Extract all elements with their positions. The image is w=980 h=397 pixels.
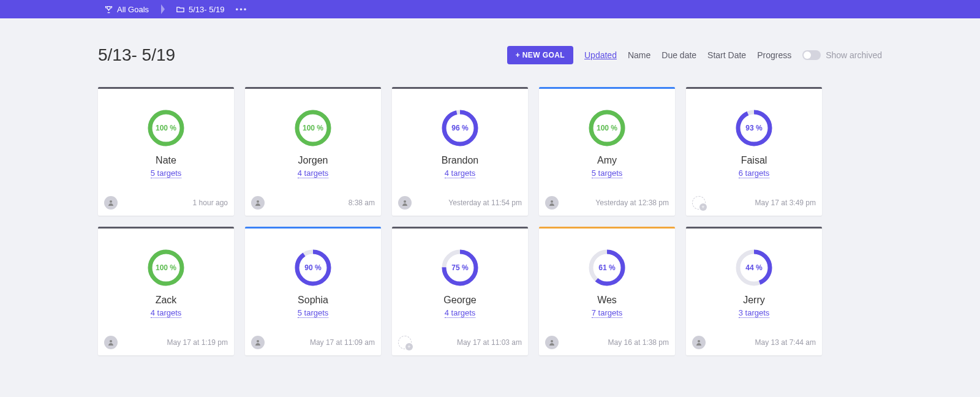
- card-footer: Yesterday at 11:54 pm: [398, 196, 522, 210]
- targets-link[interactable]: 4 targets: [445, 168, 476, 178]
- progress-percent: 44 %: [736, 249, 772, 286]
- progress-percent: 100 %: [295, 110, 331, 146]
- topbar: All Goals 5/13- 5/19 •••: [0, 0, 980, 18]
- svg-point-19: [257, 340, 259, 342]
- targets-link[interactable]: 4 targets: [151, 308, 182, 318]
- timestamp: May 17 at 3:49 pm: [755, 198, 816, 207]
- card-footer: 8:38 am: [251, 196, 375, 210]
- progress-donut: 100 %: [295, 110, 331, 146]
- svg-point-5: [257, 200, 259, 203]
- breadcrumb-folder[interactable]: 5/13- 5/19: [155, 0, 231, 18]
- avatar: [104, 196, 118, 210]
- goal-owner-name: Amy: [597, 155, 617, 166]
- avatar: [104, 336, 118, 349]
- svg-point-2: [110, 200, 112, 203]
- add-assignee-icon[interactable]: [398, 336, 412, 349]
- goal-owner-name: Wes: [597, 295, 617, 306]
- avatar: [545, 336, 559, 349]
- goal-card[interactable]: 100 % Jorgen 4 targets 8:38 am: [245, 87, 381, 216]
- folder-icon: [176, 5, 185, 14]
- progress-percent: 96 %: [442, 110, 478, 146]
- timestamp: May 17 at 1:19 pm: [167, 338, 228, 347]
- svg-point-8: [404, 200, 406, 203]
- progress-donut: 75 %: [442, 249, 478, 286]
- progress-donut: 61 %: [589, 249, 625, 286]
- goal-card[interactable]: 90 % Sophia 5 targets May 17 at 11:09 am: [245, 227, 381, 355]
- targets-link[interactable]: 5 targets: [298, 308, 329, 318]
- targets-link[interactable]: 4 targets: [445, 308, 476, 318]
- avatar: [251, 196, 265, 210]
- breadcrumb-all-goals[interactable]: All Goals: [98, 0, 155, 18]
- timestamp: May 13 at 7:44 am: [755, 338, 816, 347]
- more-icon[interactable]: •••: [236, 5, 248, 14]
- card-footer: May 16 at 1:38 pm: [545, 336, 669, 349]
- goal-card[interactable]: 93 % Faisal 6 targets May 17 at 3:49 pm: [686, 87, 822, 216]
- targets-link[interactable]: 3 targets: [739, 308, 770, 318]
- page-title: 5/13- 5/19: [98, 45, 175, 65]
- goal-owner-name: Nate: [156, 155, 176, 166]
- progress-donut: 100 %: [589, 110, 625, 146]
- card-footer: May 17 at 11:03 am: [398, 336, 522, 349]
- goal-card[interactable]: 100 % Nate 5 targets 1 hour ago: [98, 87, 234, 216]
- card-footer: 1 hour ago: [104, 196, 228, 210]
- avatar: [692, 336, 706, 349]
- progress-donut: 96 %: [442, 110, 478, 146]
- svg-point-16: [110, 340, 112, 342]
- avatar: [251, 336, 265, 349]
- breadcrumb-all-goals-label: All Goals: [117, 5, 149, 14]
- targets-link[interactable]: 5 targets: [592, 168, 623, 178]
- progress-percent: 100 %: [148, 249, 184, 286]
- timestamp: Yesterday at 11:54 pm: [448, 198, 522, 207]
- progress-percent: 100 %: [148, 110, 184, 146]
- targets-link[interactable]: 4 targets: [298, 168, 329, 178]
- targets-link[interactable]: 6 targets: [739, 168, 770, 178]
- progress-percent: 93 %: [736, 110, 772, 146]
- goal-owner-name: Faisal: [741, 155, 767, 166]
- sort-progress[interactable]: Progress: [757, 50, 791, 60]
- card-footer: Yesterday at 12:38 pm: [545, 196, 669, 210]
- toggle-icon[interactable]: [802, 50, 821, 60]
- goal-card[interactable]: 75 % George 4 targets May 17 at 11:03 am: [392, 227, 528, 355]
- add-assignee-icon[interactable]: [692, 196, 706, 210]
- right-controls: + NEW GOAL Updated Name Due date Start D…: [507, 46, 882, 64]
- goal-card[interactable]: 61 % Wes 7 targets May 16 at 1:38 pm: [539, 227, 675, 355]
- goal-card[interactable]: 100 % Amy 5 targets Yesterday at 12:38 p…: [539, 87, 675, 216]
- timestamp: May 17 at 11:09 am: [310, 338, 375, 347]
- goal-card[interactable]: 100 % Zack 4 targets May 17 at 1:19 pm: [98, 227, 234, 355]
- svg-point-27: [698, 340, 700, 342]
- progress-percent: 61 %: [589, 249, 625, 286]
- goal-grid: 100 % Nate 5 targets 1 hour ago 100 % Jo…: [98, 87, 882, 355]
- timestamp: 1 hour ago: [193, 198, 228, 207]
- card-footer: May 13 at 7:44 am: [692, 336, 816, 349]
- sort-start-date[interactable]: Start Date: [707, 50, 746, 60]
- goal-owner-name: Sophia: [298, 295, 328, 306]
- sort-due-date[interactable]: Due date: [662, 50, 696, 60]
- card-footer: May 17 at 3:49 pm: [692, 196, 816, 210]
- progress-donut: 90 %: [295, 249, 331, 286]
- goal-card[interactable]: 96 % Brandon 4 targets Yesterday at 11:5…: [392, 87, 528, 216]
- timestamp: Yesterday at 12:38 pm: [595, 198, 669, 207]
- progress-donut: 93 %: [736, 110, 772, 146]
- goal-owner-name: George: [443, 295, 476, 306]
- timestamp: 8:38 am: [349, 198, 375, 207]
- show-archived-toggle[interactable]: Show archived: [802, 50, 882, 60]
- card-footer: May 17 at 11:09 am: [251, 336, 375, 349]
- targets-link[interactable]: 7 targets: [592, 308, 623, 318]
- svg-point-11: [551, 200, 553, 203]
- trophy-icon: [104, 5, 113, 14]
- goal-card[interactable]: 44 % Jerry 3 targets May 13 at 7:44 am: [686, 227, 822, 355]
- sort-updated[interactable]: Updated: [584, 50, 617, 60]
- progress-donut: 100 %: [148, 249, 184, 286]
- timestamp: May 17 at 11:03 am: [457, 338, 522, 347]
- sort-name[interactable]: Name: [628, 50, 650, 60]
- new-goal-button[interactable]: + NEW GOAL: [507, 46, 573, 64]
- progress-donut: 44 %: [736, 249, 772, 286]
- avatar: [398, 196, 412, 210]
- progress-percent: 75 %: [442, 249, 478, 286]
- show-archived-label: Show archived: [826, 50, 882, 60]
- breadcrumb-folder-label: 5/13- 5/19: [189, 5, 225, 14]
- progress-percent: 100 %: [589, 110, 625, 146]
- header-row: 5/13- 5/19 + NEW GOAL Updated Name Due d…: [98, 45, 882, 65]
- progress-donut: 100 %: [148, 110, 184, 146]
- targets-link[interactable]: 5 targets: [151, 168, 182, 178]
